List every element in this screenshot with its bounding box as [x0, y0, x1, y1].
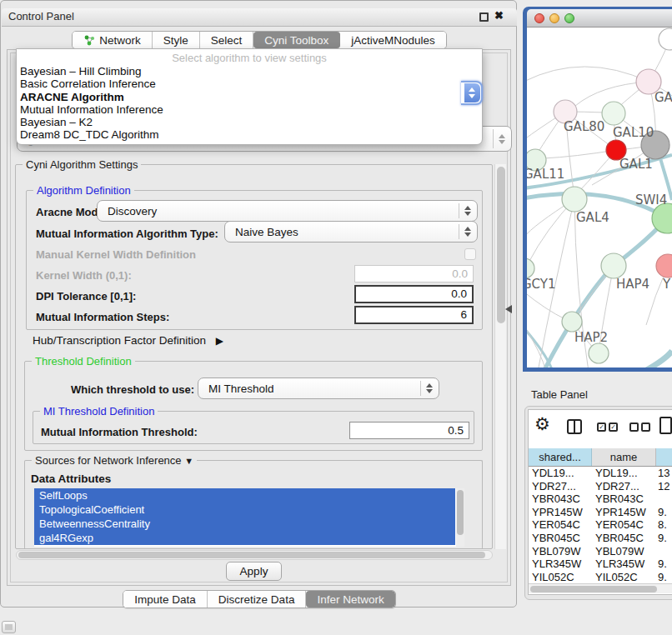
data-attributes-list[interactable]: SelfLoopsTopologicalCoefficientBetweenne… [34, 488, 464, 547]
tab-label: Style [163, 32, 188, 49]
algorithm-option-bayesian-hill-climbing[interactable]: Bayesian – Hill Climbing [17, 65, 482, 78]
scrollbar-thumb[interactable] [530, 586, 657, 592]
algorithm-option-dream8-dc-tdc-algorithm[interactable]: Dream8 DC_TDC Algorithm [17, 128, 482, 141]
tab-network[interactable]: Network [73, 32, 153, 48]
tab-infer-network[interactable]: Infer Network [306, 591, 394, 608]
kernel-width-field[interactable]: 0.0 [354, 265, 474, 282]
select-all-check-icon[interactable]: ✓ [597, 422, 606, 432]
network-node-hap4[interactable] [601, 253, 626, 278]
export-table-icon[interactable] [659, 417, 672, 434]
table-header-row: shared...name [529, 448, 672, 467]
tab-cyni-toolbox[interactable]: Cyni Toolbox [253, 32, 340, 48]
algorithm-combo-stepper-fragment[interactable] [461, 81, 483, 105]
sources-group-title[interactable]: Sources for Network Inference ▼ [32, 454, 197, 467]
mi-type-combo[interactable]: Naive Bayes [224, 221, 478, 242]
mac-minimize-button[interactable] [549, 13, 559, 23]
table-row[interactable]: YPR145WYPR145W9. [529, 506, 672, 519]
column-header-shared[interactable]: shared... [529, 448, 592, 466]
column-split-icon[interactable] [567, 419, 582, 434]
table-cell: YIL052C [529, 571, 592, 583]
network-node-gal10[interactable] [602, 102, 625, 125]
node-label-swi4: SWI4 [635, 192, 667, 208]
settings-vertical-scrollbar[interactable] [494, 164, 506, 549]
node-label-hap4: HAP4 [616, 277, 649, 292]
table-row[interactable]: YDL19...YDL19...13 [529, 467, 672, 480]
expand-right-icon: ▶ [216, 335, 223, 347]
mac-zoom-button[interactable] [564, 13, 574, 23]
collapse-left-icon[interactable] [505, 305, 512, 313]
attribute-item-selfloops[interactable]: SelfLoops [34, 488, 455, 502]
tab-label: Select [211, 32, 243, 49]
dpi-tolerance-label: DPI Tolerance [0,1]: [36, 290, 136, 302]
table-row[interactable]: YBR043CYBR043C [529, 492, 672, 506]
deselect-all-icon[interactable] [629, 422, 639, 432]
mi-threshold-field[interactable]: 0.5 [349, 422, 469, 439]
table-cell: YBR045C [592, 532, 656, 545]
algorithm-option-bayesian-k2[interactable]: Bayesian – K2 [17, 116, 482, 128]
network-node[interactable] [659, 28, 672, 50]
mac-close-button[interactable] [534, 13, 544, 23]
threshold-definition-title: Threshold Definition [32, 355, 135, 368]
table-row[interactable]: YLR345WYLR345W9. [529, 558, 672, 571]
control-panel-title: Control Panel [8, 10, 74, 22]
bottom-left-grip-button[interactable] [2, 621, 16, 633]
float-window-icon[interactable] [479, 12, 489, 22]
which-threshold-combo[interactable]: MI Threshold [198, 378, 439, 399]
attributes-scrollbar[interactable] [456, 488, 464, 547]
table-cell [656, 492, 672, 506]
deselect-all-icon[interactable] [641, 422, 650, 432]
tab-impute-data[interactable]: Impute Data [123, 591, 208, 608]
scrollbar-thumb[interactable] [497, 167, 505, 323]
tab-style[interactable]: Style [153, 32, 200, 48]
table-row[interactable]: YIL052CYIL052C9. [529, 571, 672, 583]
tab-discretize-data[interactable]: Discretize Data [208, 591, 307, 608]
algorithm-option-mutual-information-inference[interactable]: Mutual Information Inference [17, 103, 482, 116]
node-label-y: Y [662, 277, 671, 292]
apply-button[interactable]: Apply [226, 562, 282, 581]
close-icon[interactable]: ✖ [494, 9, 504, 22]
network-node[interactable] [589, 343, 609, 363]
table-row[interactable]: YER054CYER054C8. [529, 518, 672, 532]
mi-steps-field[interactable]: 6 [354, 306, 474, 324]
scrollbar-thumb[interactable] [457, 490, 464, 535]
table-cell [656, 545, 672, 558]
network-canvas[interactable]: GALGAL80GAL10GAL1GAL11GAL4SWI4GCY1HAP4YH… [527, 28, 672, 368]
network-node-y[interactable] [656, 254, 672, 278]
table-cell: YDL19... [592, 467, 656, 480]
attribute-item-topologicalcoefficient[interactable]: TopologicalCoefficient [34, 502, 455, 517]
network-node-gal4[interactable] [562, 187, 587, 212]
table-cell: 9. [656, 506, 672, 519]
algorithm-option-aracne-algorithm[interactable]: ARACNE Algorithm [17, 91, 482, 103]
scrollbar-thumb[interactable] [18, 552, 485, 558]
column-header-partial[interactable] [656, 448, 672, 466]
settings-horizontal-scrollbar[interactable] [16, 550, 493, 560]
combo-stepper-icon [499, 134, 505, 144]
combo-stepper-icon [426, 383, 433, 393]
table-cell: 13 [656, 467, 672, 480]
hub-definition-toggle[interactable]: Hub/Transcription Factor Definition ▶ [33, 334, 223, 347]
aracne-mode-combo[interactable]: Discovery [97, 200, 478, 222]
select-all-check-icon[interactable]: ✓ [609, 422, 618, 432]
tab-label: Cyni Toolbox [264, 32, 328, 49]
table-row[interactable]: YBL079WYBL079W [529, 545, 672, 558]
which-threshold-value: MI Threshold [208, 378, 274, 400]
table-row[interactable]: YDR27...YDR27...12 [529, 480, 672, 493]
combo-stepper-icon [464, 206, 471, 216]
control-panel-titlebar[interactable] [2, 8, 517, 27]
manual-kernel-checkbox[interactable] [464, 248, 476, 260]
network-node-gcy1[interactable] [527, 258, 534, 278]
attribute-item-betweennesscentrality[interactable]: BetweennessCentrality [34, 517, 455, 531]
tab-jactivemnodules[interactable]: jActiveMNodules [340, 32, 446, 48]
table-row[interactable]: YBR045CYBR045C9. [529, 532, 672, 545]
algorithm-option-basic-correlation-inference[interactable]: Basic Correlation Inference [17, 78, 482, 90]
tab-select[interactable]: Select [200, 32, 254, 48]
kernel-width-label: Kernel Width (0,1): [36, 269, 132, 282]
table-horizontal-scrollbar[interactable] [529, 583, 672, 593]
dpi-tolerance-field[interactable]: 0.0 [354, 285, 474, 303]
network-node-hap2[interactable] [562, 312, 582, 332]
column-header-name[interactable]: name [592, 448, 656, 466]
gear-icon[interactable]: ⚙ [534, 415, 550, 433]
table-cell: YDR27... [592, 480, 656, 493]
table-cell: YBR043C [529, 492, 592, 506]
attribute-item-gal4rgexp[interactable]: gal4RGexp [34, 531, 455, 545]
